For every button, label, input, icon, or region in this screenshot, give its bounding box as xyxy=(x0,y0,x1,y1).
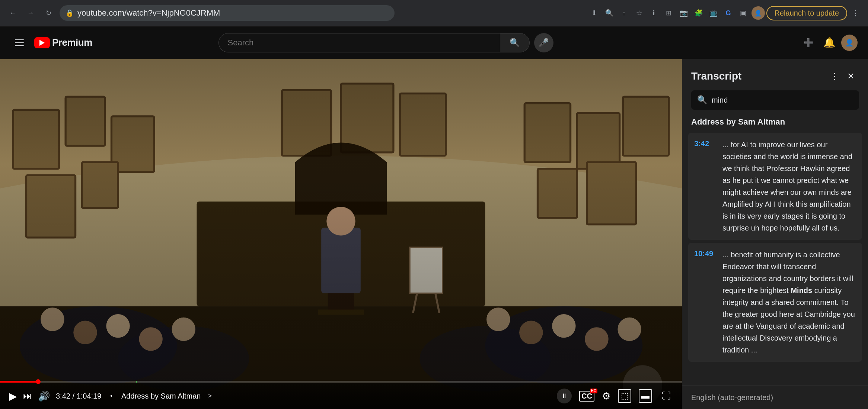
svg-rect-0 xyxy=(0,59,682,409)
browser-toolbar-icons: ⬇ 🔍 ↑ ☆ ℹ ⊞ 📷 🧩 📺 G ▣ 👤 Relaunch to upda… xyxy=(588,6,862,20)
time-display: 3:42 / 1:04:19 xyxy=(56,392,101,400)
settings-button[interactable]: ⚙ xyxy=(602,390,610,402)
mute-button[interactable]: 🔊 xyxy=(38,390,50,402)
svg-rect-5 xyxy=(111,116,154,172)
chapter-marker xyxy=(136,381,137,383)
video-controls-bar: ▶ ⏭ 🔊 3:42 / 1:04:19 • Address by Sam Al… xyxy=(0,383,682,409)
camera-icon[interactable]: 📷 xyxy=(677,6,690,20)
youtube-logo-text: Premium xyxy=(52,37,92,48)
sidebar-icon[interactable]: ▣ xyxy=(737,6,750,20)
svg-point-31 xyxy=(552,314,575,338)
svg-point-27 xyxy=(139,327,162,351)
cc-button[interactable]: CC HC xyxy=(579,391,594,402)
media-router-icon[interactable]: 📺 xyxy=(707,6,720,20)
transcript-text-after-2: curiosity integrity and a shared commitm… xyxy=(722,286,855,354)
create-button[interactable]: ➕ xyxy=(800,34,817,52)
transcript-timestamp-1[interactable]: 3:42 xyxy=(694,139,717,234)
video-player[interactable]: ▶ ⏭ 🔊 3:42 / 1:04:19 • Address by Sam Al… xyxy=(0,59,682,409)
transcript-entry: 3:42 ... for AI to improve our lives our… xyxy=(688,133,862,240)
back-button[interactable]: ← xyxy=(6,6,19,20)
svg-rect-36 xyxy=(410,247,443,293)
pause-indicator-button[interactable]: ⏸ xyxy=(557,389,572,403)
transcript-close-button[interactable]: ✕ xyxy=(843,68,859,84)
reload-button[interactable]: ↻ xyxy=(42,6,55,20)
current-time: 3:42 xyxy=(56,392,70,400)
transcript-search-icon: 🔍 xyxy=(697,95,707,105)
svg-rect-11 xyxy=(537,169,577,218)
svg-point-26 xyxy=(106,314,130,338)
svg-rect-12 xyxy=(587,162,636,224)
youtube-logo[interactable]: Premium xyxy=(34,37,92,48)
hamburger-line-2 xyxy=(15,42,24,43)
transcript-search-input[interactable] xyxy=(712,96,853,104)
forward-button[interactable]: → xyxy=(24,6,37,20)
voice-search-button[interactable]: 🎤 xyxy=(534,33,553,52)
svg-point-28 xyxy=(172,318,195,341)
theater-button[interactable]: ▬ xyxy=(639,389,652,403)
next-button[interactable]: ⏭ xyxy=(23,391,32,401)
relaunch-button[interactable]: Relaunch to update xyxy=(766,6,847,20)
info-icon[interactable]: ℹ xyxy=(647,6,661,20)
svg-rect-19 xyxy=(318,310,364,315)
address-bar[interactable]: 🔒 youtube.com/watch?v=NjpNG0CJRMM xyxy=(60,5,395,21)
svg-point-17 xyxy=(326,207,355,236)
svg-rect-10 xyxy=(623,97,668,156)
svg-line-34 xyxy=(413,247,426,313)
bookmark-icon[interactable]: ☆ xyxy=(632,6,646,20)
miniplayer-button[interactable]: ⬚ xyxy=(618,389,631,403)
video-progress-fill xyxy=(0,381,38,383)
youtube-header: Premium 🔍 🎤 ➕ 🔔 👤 xyxy=(0,26,868,59)
hamburger-menu-button[interactable] xyxy=(10,34,28,52)
browser-profile-avatar[interactable]: 👤 xyxy=(751,6,765,20)
transcript-highlight-2: Minds xyxy=(791,286,812,294)
browser-titlebar: ← → ↻ 🔒 youtube.com/watch?v=NjpNG0CJRMM … xyxy=(0,0,868,26)
user-avatar-button[interactable]: 👤 xyxy=(841,35,858,51)
svg-rect-6 xyxy=(26,175,75,237)
svg-rect-37 xyxy=(0,59,682,409)
time-separator: / xyxy=(73,392,77,400)
transcript-menu-button[interactable]: ⋮ xyxy=(826,68,843,84)
svg-line-35 xyxy=(426,247,439,313)
google-icon[interactable]: G xyxy=(722,6,735,20)
transcript-entry: 10:49 ... benefit of humanity is a colle… xyxy=(688,243,862,362)
svg-rect-15 xyxy=(400,93,446,155)
header-right-controls: ➕ 🔔 👤 xyxy=(800,34,858,52)
svg-rect-18 xyxy=(328,293,354,313)
transcript-text-2: ... benefit of humanity is a collective … xyxy=(722,249,856,356)
svg-point-25 xyxy=(73,321,97,344)
svg-rect-13 xyxy=(282,90,331,155)
svg-rect-14 xyxy=(341,84,393,152)
video-frame xyxy=(0,59,682,409)
chapter-title: Address by Sam Altman xyxy=(121,392,201,400)
search-button[interactable]: 🔍 xyxy=(500,33,530,52)
transcript-text-1: ... for AI to improve our lives our soci… xyxy=(722,139,856,234)
transcript-panel: Transcript ⋮ ✕ 🔍 Address by Sam Altman 3… xyxy=(682,59,868,409)
svg-rect-4 xyxy=(66,97,105,146)
url-display: youtube.com/watch?v=NjpNG0CJRMM xyxy=(77,8,220,18)
fullscreen-button[interactable]: ⛶ xyxy=(660,389,673,403)
share-icon[interactable]: ↑ xyxy=(618,6,631,20)
puzzle-icon[interactable]: 🧩 xyxy=(692,6,705,20)
main-content: ▶ ⏭ 🔊 3:42 / 1:04:19 • Address by Sam Al… xyxy=(0,59,868,409)
youtube-logo-icon xyxy=(34,37,50,48)
video-progress-bar[interactable] xyxy=(0,381,682,383)
browser-search-icon[interactable]: 🔍 xyxy=(603,6,616,20)
svg-point-20 xyxy=(20,306,177,385)
notifications-button[interactable]: 🔔 xyxy=(820,34,838,52)
transcript-timestamp-2[interactable]: 10:49 xyxy=(694,249,717,356)
play-button[interactable]: ▶ xyxy=(9,390,17,402)
extensions-grid-icon[interactable]: ⊞ xyxy=(662,6,676,20)
browser-menu-button[interactable]: ⋮ xyxy=(849,6,862,20)
transcript-search-bar[interactable]: 🔍 xyxy=(691,90,859,110)
chapter-arrow[interactable]: > xyxy=(208,393,211,399)
hc-badge: HC xyxy=(590,389,597,393)
search-input[interactable] xyxy=(218,33,500,52)
browser-chrome: ← → ↻ 🔒 youtube.com/watch?v=NjpNG0CJRMM … xyxy=(0,0,868,26)
download-icon[interactable]: ⬇ xyxy=(588,6,601,20)
video-controls-overlay: ▶ ⏭ 🔊 3:42 / 1:04:19 • Address by Sam Al… xyxy=(0,381,682,409)
transcript-footer: English (auto-generated) xyxy=(682,386,868,409)
svg-point-24 xyxy=(41,307,64,331)
transcript-header: Transcript ⋮ ✕ xyxy=(682,59,868,90)
svg-rect-8 xyxy=(524,103,570,162)
search-container: 🔍 🎤 xyxy=(218,33,553,52)
